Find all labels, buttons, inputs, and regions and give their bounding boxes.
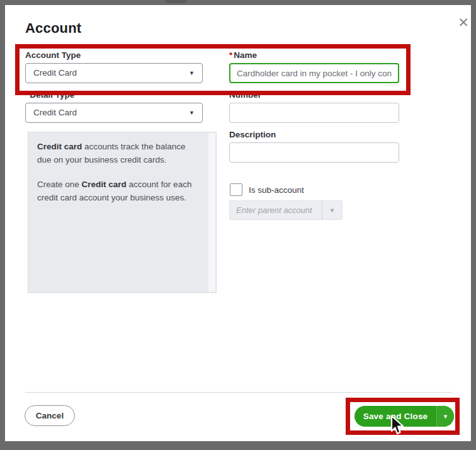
cancel-button[interactable]: Cancel bbox=[25, 405, 75, 426]
number-label: Number bbox=[229, 90, 261, 100]
parent-account-dropdown[interactable]: Enter parent account ▼ bbox=[229, 200, 343, 220]
account-dialog: ✕ Account Account Type Credit Card ▼ *Na… bbox=[5, 5, 471, 441]
detail-type-dropdown[interactable]: Credit Card ▼ bbox=[25, 103, 203, 123]
save-and-close-button[interactable]: Save and Close ▼ bbox=[354, 406, 454, 427]
is-sub-account-label: Is sub-account bbox=[249, 185, 304, 195]
chevron-down-icon: ▼ bbox=[189, 64, 195, 83]
save-options-chevron-down-icon[interactable]: ▼ bbox=[436, 406, 454, 427]
account-type-dropdown[interactable]: Credit Card ▼ bbox=[25, 63, 203, 83]
detail-type-label: *Detail Type bbox=[25, 90, 74, 100]
account-type-info-panel: Credit card accounts track the balance d… bbox=[28, 132, 217, 293]
required-asterisk: * bbox=[229, 50, 232, 60]
scrollbar-track[interactable] bbox=[208, 133, 215, 292]
parent-account-placeholder: Enter parent account bbox=[230, 205, 322, 215]
background-page-fragment bbox=[165, 0, 186, 3]
number-input[interactable] bbox=[229, 103, 399, 123]
save-and-close-label: Save and Close bbox=[354, 406, 436, 427]
chevron-down-icon: ▼ bbox=[189, 103, 195, 122]
detail-type-value: Credit Card bbox=[33, 108, 77, 117]
name-label: *Name bbox=[229, 50, 257, 60]
description-label: Description bbox=[229, 130, 276, 139]
account-type-label: Account Type bbox=[25, 50, 81, 60]
chevron-down-icon[interactable]: ▼ bbox=[322, 201, 342, 219]
description-input[interactable] bbox=[229, 142, 399, 163]
is-sub-account-checkbox[interactable] bbox=[230, 183, 242, 196]
account-type-value: Credit Card bbox=[33, 68, 77, 78]
name-input[interactable] bbox=[229, 63, 399, 83]
close-icon[interactable]: ✕ bbox=[453, 13, 473, 33]
required-asterisk: * bbox=[25, 90, 28, 100]
footer-divider bbox=[25, 392, 452, 393]
screen: { "modal": { "title": "Account", "close_… bbox=[0, 0, 476, 450]
page-title: Account bbox=[25, 20, 81, 37]
info-text: Credit card accounts track the balance d… bbox=[37, 141, 201, 205]
